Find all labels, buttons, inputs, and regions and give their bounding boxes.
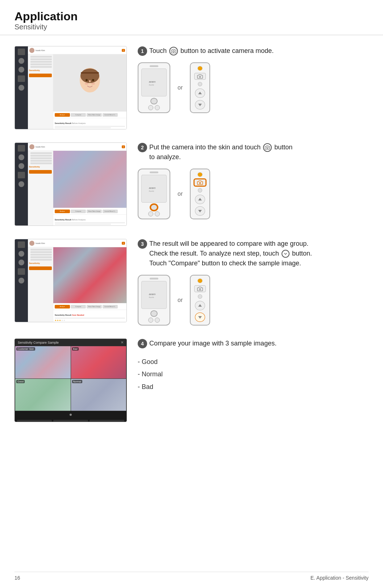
menu-item-3 — [30, 61, 52, 63]
chevron-icon-step3 — [282, 250, 290, 258]
step-1-instructions: 1 Touch button to activate camera mode. — [138, 46, 369, 113]
phone-main-btn-2[interactable] — [150, 204, 158, 211]
compare-header: Sensitivity Compare Sample ✕ — [15, 339, 126, 346]
s2-avatar — [29, 144, 34, 149]
phone-logo-2: aram huvis — [147, 184, 161, 193]
compare-bg-bad — [71, 346, 126, 378]
remote-camera-icon-3 — [197, 287, 203, 291]
s3-control-btn: Control Menu O... — [103, 305, 118, 309]
compare-label-good: Good — [16, 380, 25, 383]
remote-up-1[interactable] — [195, 88, 205, 98]
s2-show-image-btn: Show Taken Image — [87, 210, 102, 213]
step-2-instructions: 2 Put the camera into the skin and touch… — [138, 142, 369, 219]
phone-main-btn-3[interactable] — [150, 310, 158, 317]
step-4-badge: 4 — [138, 339, 147, 348]
s3-avatar — [29, 241, 34, 246]
remote-indicator-1 — [197, 66, 203, 71]
s2-result-strip: Sensitivity Result Before Analysis — [53, 214, 126, 225]
svg-point-3 — [92, 79, 94, 81]
phone-screen-1: aram huvis — [141, 69, 167, 97]
step-2-screenshot: Isook Kim 1 Sensitivity — [14, 142, 127, 226]
s2-left: Sensitivity — [28, 151, 53, 225]
s2-body: Sensitivity Analyze Compare Show T — [28, 151, 126, 225]
mock-body-1: Sensitivity — [28, 54, 126, 129]
step-1-screenshot: Isook Kim 1 Sensitivity — [14, 46, 127, 129]
s2-sidebar-icon-4 — [18, 172, 25, 178]
s3-left: Sensitivity — [28, 247, 53, 322]
phone-screen-2: aram huvis — [141, 175, 167, 203]
phone-small-btn-2a — [148, 211, 153, 216]
skin-texture-2 — [53, 151, 126, 208]
arrow-up-icon-2 — [198, 198, 202, 200]
remote-up-2[interactable] — [195, 195, 205, 204]
s3-menu-4 — [30, 256, 52, 258]
star-1 — [55, 319, 57, 321]
remote-up-3[interactable] — [195, 301, 205, 310]
remote-camera-btn-1[interactable] — [194, 73, 206, 80]
aram-logo-svg: aram huvis — [147, 78, 161, 86]
step-1-row: Isook Kim 1 Sensitivity — [14, 46, 369, 129]
phone-device-2: aram huvis — [138, 169, 170, 219]
phone-small-btn-1a — [148, 105, 153, 110]
arrow-down-icon-2 — [198, 210, 202, 212]
sensitivity-label: Sensitivity — [29, 69, 52, 71]
svg-point-6 — [89, 80, 91, 82]
menu-item-5 — [30, 66, 52, 68]
mock-main-3: Isook Kim 1 Sensitivity — [28, 239, 126, 322]
s3-compare-btn: Compare — [71, 305, 86, 309]
svg-text:huvis: huvis — [149, 84, 154, 86]
arrow-down-icon-1 — [198, 104, 202, 106]
s2-topbar: Isook Kim 1 — [28, 143, 126, 151]
remote-indicator-3 — [197, 278, 203, 283]
remote-down-2[interactable] — [195, 206, 205, 216]
compare-bg-normal — [71, 379, 126, 411]
mock-left-1: Sensitivity — [28, 54, 53, 129]
camera-svg-1 — [171, 49, 176, 54]
remote-small-3 — [198, 294, 202, 298]
svg-text:aram: aram — [149, 186, 156, 190]
mock-username: Isook Kim — [36, 49, 45, 51]
compare-label-customer: Customer Skin — [16, 347, 35, 351]
remote-down-3[interactable] — [195, 312, 205, 322]
svg-point-4 — [85, 83, 88, 84]
remote-camera-icon-2 — [197, 181, 203, 185]
compare-grid: Customer Skin Bad Good Normal — [15, 346, 126, 411]
arrow-down-icon-3 — [198, 316, 202, 319]
step-1-badge: 1 — [138, 46, 147, 56]
phone-main-btn-1[interactable] — [150, 98, 158, 104]
compare-cell-customer: Customer Skin — [15, 346, 71, 378]
or-text-1: or — [178, 84, 183, 91]
content-area: Isook Kim 1 Sensitivity — [0, 46, 383, 422]
s3-sidebar-icon-2 — [18, 251, 24, 257]
s3-toolbar: Analyze Compare Show Taken Image Control… — [53, 303, 126, 310]
s3-skin-panel — [53, 247, 126, 303]
step-1-text: 1 Touch button to activate camera mode. — [138, 46, 369, 56]
bottom-toolbar-1: Analyze Compare Show Taken Image Control… — [53, 111, 126, 118]
svg-point-2 — [86, 79, 88, 81]
remote-camera-btn-2[interactable] — [194, 179, 206, 186]
mock-main-1: Isook Kim 1 Sensitivity — [28, 46, 126, 129]
step-4-row: Sensitivity Compare Sample ✕ Customer Sk… — [14, 339, 369, 422]
s3-stars — [55, 319, 125, 321]
compare-btn: Compare — [71, 113, 86, 117]
step-4-content: Compare your image with 3 sample images. — [149, 339, 369, 348]
s2-sidebar-icon-3 — [18, 163, 24, 169]
compare-close-icon[interactable]: ✕ — [121, 340, 124, 344]
phone-screen-3: aram huvis — [141, 281, 167, 309]
s2-toolbar: Analyze Compare Show Taken Image Control… — [53, 208, 126, 214]
sidebar-icon-2 — [18, 58, 24, 64]
s2-compare-btn: Compare — [71, 210, 86, 213]
step-2-row: Isook Kim 1 Sensitivity — [14, 142, 369, 226]
aram-logo-svg-3: aram huvis — [147, 290, 161, 299]
footer-page-number: 16 — [14, 575, 20, 581]
page-footer: 16 E. Application - Sensitivity — [14, 572, 369, 581]
remote-down-1[interactable] — [195, 100, 205, 109]
remote-camera-btn-3[interactable] — [194, 285, 206, 292]
phone-speaker-3 — [150, 278, 158, 279]
star-4 — [61, 319, 63, 321]
s2-analyze-btn: Analyze — [55, 210, 70, 213]
svg-rect-7 — [81, 72, 99, 74]
step-1-content: Touch button to activate camera mode. — [149, 46, 369, 56]
step-3-row: Isook Kim 1 Sensitivity — [14, 239, 369, 326]
svg-text:huvis: huvis — [149, 190, 154, 192]
